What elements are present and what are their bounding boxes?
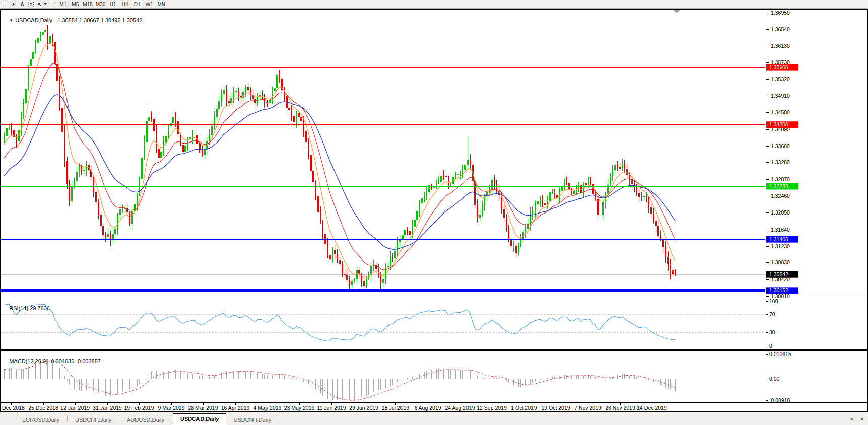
tab-divider [279, 415, 279, 422]
ma-line-0 [4, 43, 675, 278]
tab-usdcnh[interactable]: USDCNH,Daily [226, 415, 278, 425]
tab-eurusd[interactable]: EURUSD,Daily [15, 415, 66, 425]
tab-scroll-right-button[interactable]: ► [860, 417, 865, 421]
svg-text:6 Dec 2018: 6 Dec 2018 [0, 405, 25, 411]
svg-text:1.32460: 1.32460 [771, 193, 790, 199]
svg-text:0.00: 0.00 [769, 376, 780, 382]
fibonacci-tool-button[interactable]: F [9, 1, 18, 8]
tab-divider [119, 415, 119, 422]
toolbar: F A T ↖ M1 M5 M15 M30 H1 H4 D1 W1 MN [0, 0, 868, 9]
symbol-dropdown-icon[interactable]: ▼ [9, 18, 13, 23]
svg-text:1.36950: 1.36950 [771, 10, 790, 16]
svg-text:19 Oct 2019: 19 Oct 2019 [541, 405, 570, 411]
svg-text:1.32870: 1.32870 [771, 176, 790, 182]
macd-name: MACD(12,26,9) [9, 358, 47, 364]
svg-text:14 Dec 2019: 14 Dec 2019 [637, 405, 667, 411]
tab-audusd[interactable]: AUDUSD,Daily [120, 415, 171, 425]
cursor-icon: ↖ [38, 2, 42, 7]
fibonacci-icon: F [11, 2, 16, 7]
svg-text:1.35606: 1.35606 [769, 64, 788, 70]
svg-text:1.32050: 1.32050 [771, 209, 790, 216]
tab-divider [67, 415, 68, 422]
svg-text:1.36540: 1.36540 [771, 26, 790, 32]
ma-line-2 [4, 95, 675, 250]
svg-text:25 Dec 2018: 25 Dec 2018 [28, 405, 58, 411]
toolbar-grip[interactable] [4, 2, 7, 7]
text-label-icon: T [28, 2, 34, 7]
timeframe-button-mn[interactable]: MN [155, 1, 167, 8]
text-tool-button[interactable]: A [18, 1, 26, 8]
svg-text:-0.00918: -0.00918 [769, 397, 790, 403]
svg-text:19 Feb 2019: 19 Feb 2019 [124, 405, 154, 411]
rsi-line [4, 304, 675, 341]
svg-text:4 May 2019: 4 May 2019 [254, 405, 282, 411]
macd-indicator-label: MACD(12,26,9) -0.004035 -0.002857 [3, 352, 101, 370]
svg-text:70: 70 [769, 311, 775, 317]
svg-text:100: 100 [769, 298, 778, 304]
svg-text:9 Mar 2019: 9 Mar 2019 [158, 405, 184, 411]
svg-text:23 May 2019: 23 May 2019 [284, 405, 315, 411]
text-icon: A [20, 2, 24, 7]
timeframe-button-w1[interactable]: W1 [143, 1, 155, 8]
timeframe-button-m1[interactable]: M1 [57, 1, 69, 8]
timeframe-button-h1[interactable]: H1 [107, 1, 119, 8]
macd-values: -0.004035 -0.002857 [49, 358, 101, 364]
tab-divider [172, 415, 172, 422]
svg-text:1.31640: 1.31640 [771, 227, 790, 233]
text-label-tool-button[interactable]: T [26, 1, 36, 8]
timeframe-button-m5[interactable]: M5 [69, 1, 81, 8]
svg-text:30: 30 [769, 329, 775, 335]
svg-text:6 Aug 2019: 6 Aug 2019 [414, 405, 441, 411]
svg-text:12 Sep 2019: 12 Sep 2019 [477, 405, 507, 411]
rsi-name: RSI(14) [9, 305, 28, 311]
svg-text:7 Nov 2019: 7 Nov 2019 [574, 405, 602, 411]
svg-text:18 Jul 2019: 18 Jul 2019 [382, 405, 409, 411]
toolbar-grip[interactable] [51, 2, 54, 7]
svg-text:11 Jun 2019: 11 Jun 2019 [317, 405, 346, 411]
svg-text:1.34206: 1.34206 [769, 121, 788, 127]
svg-text:31 Jan 2019: 31 Jan 2019 [93, 405, 122, 411]
rsi-pane [0, 304, 766, 341]
chart-ohlc-values: 1.30554 1.30667 1.30495 1.30542 [57, 17, 142, 23]
chart-symbol-label: USDCAD,Daily [15, 17, 52, 23]
svg-text:1.30542: 1.30542 [769, 271, 788, 277]
svg-text:1.34500: 1.34500 [771, 109, 790, 115]
tab-usdchf[interactable]: USDCHF,Daily [68, 415, 118, 425]
macd-pane [4, 359, 676, 400]
chart-canvas[interactable]: 1.369501.365401.361301.357301.353201.349… [0, 0, 868, 413]
timeframe-button-d1[interactable]: D1 [131, 1, 143, 8]
timeframe-button-m30[interactable]: M30 [94, 1, 107, 8]
svg-text:1.30830: 1.30830 [771, 259, 790, 265]
svg-text:1.31230: 1.31230 [771, 243, 790, 249]
svg-text:0.010615: 0.010615 [769, 351, 791, 357]
dropdown-caret-icon [44, 3, 47, 5]
svg-text:29 Jun 2019: 29 Jun 2019 [349, 405, 378, 411]
svg-text:1.33680: 1.33680 [771, 143, 790, 149]
svg-text:1.30152: 1.30152 [769, 287, 788, 293]
tab-usdcad[interactable]: USDCAD,Daily [173, 413, 226, 425]
svg-text:1.36130: 1.36130 [771, 43, 790, 49]
svg-text:12 Jan 2019: 12 Jan 2019 [60, 405, 90, 411]
price-pane [0, 25, 766, 291]
svg-text:16 Apr 2019: 16 Apr 2019 [221, 405, 250, 411]
svg-text:1 Oct 2019: 1 Oct 2019 [511, 405, 537, 411]
svg-text:24 Aug 2019: 24 Aug 2019 [445, 405, 475, 411]
svg-text:1.31405: 1.31405 [769, 236, 788, 242]
svg-text:1.35320: 1.35320 [771, 76, 790, 82]
symbol-tab-bar: EURUSD,Daily USDCHF,Daily AUDUSD,Daily U… [0, 412, 868, 425]
svg-text:0: 0 [769, 343, 772, 349]
timeframe-button-m15[interactable]: M15 [81, 1, 94, 8]
svg-text:28 Mar 2019: 28 Mar 2019 [188, 405, 218, 411]
rsi-indicator-label: RSI(14) 29.7636 [3, 299, 50, 317]
chart-shift-marker [673, 10, 680, 13]
svg-text:1.33280: 1.33280 [771, 159, 790, 165]
timeframe-button-h4[interactable]: H4 [119, 1, 131, 8]
tab-scroll-left-button[interactable]: ◄ [849, 417, 853, 421]
chart-title: ▼USDCAD,Daily1.30554 1.30667 1.30495 1.3… [3, 11, 142, 29]
svg-text:1.32700: 1.32700 [769, 183, 788, 189]
svg-text:1.34910: 1.34910 [771, 93, 790, 99]
svg-text:26 Nov 2019: 26 Nov 2019 [605, 405, 635, 411]
rsi-value: 29.7636 [30, 305, 50, 311]
arrows-tool-button[interactable]: ↖ [36, 1, 49, 8]
trading-terminal-window: F A T ↖ M1 M5 M15 M30 H1 H4 D1 W1 MN 1.3… [0, 0, 868, 425]
